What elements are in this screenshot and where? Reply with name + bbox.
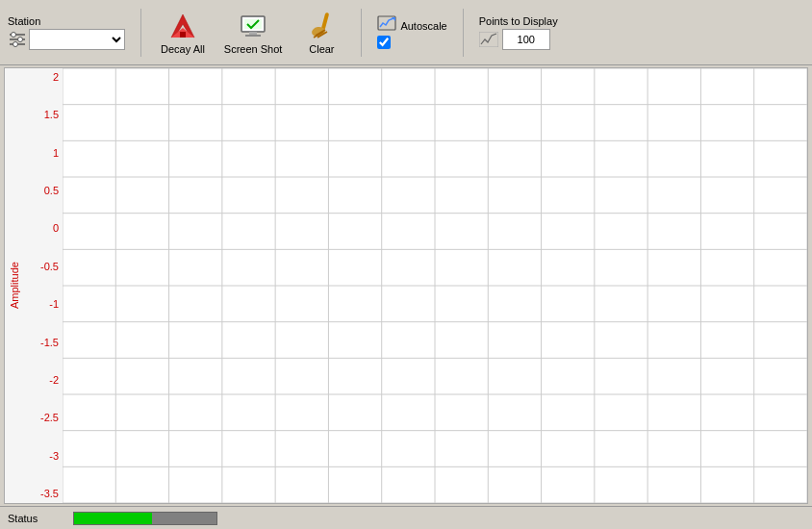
svg-rect-12 xyxy=(249,32,257,35)
svg-point-3 xyxy=(12,32,16,37)
station-select[interactable] xyxy=(29,29,125,50)
y-axis-label: Amplitude xyxy=(5,68,24,503)
plot-area[interactable] xyxy=(63,68,807,503)
svg-point-5 xyxy=(13,41,18,46)
points-input[interactable] xyxy=(502,29,550,50)
points-icon xyxy=(479,32,498,47)
svg-rect-8 xyxy=(180,32,186,38)
screenshot-button[interactable]: Screen Shot xyxy=(220,9,287,57)
status-progress-fill xyxy=(74,513,152,524)
y-tick: -1.5 xyxy=(40,338,59,348)
status-bar: Status xyxy=(0,506,812,529)
station-group: Station xyxy=(8,15,125,50)
toolbar-separator-3 xyxy=(463,9,464,57)
autoscale-label: Autoscale xyxy=(400,20,446,32)
y-tick: 2 xyxy=(53,72,59,83)
y-tick: 0 xyxy=(53,223,59,234)
status-progress-bg xyxy=(73,512,217,525)
station-settings-icon xyxy=(8,30,27,49)
y-tick: 0.5 xyxy=(44,186,59,196)
y-tick: -1 xyxy=(49,299,59,310)
decay-all-label: Decay All xyxy=(161,43,205,55)
decay-icon xyxy=(167,11,198,41)
screenshot-label: Screen Shot xyxy=(224,43,283,55)
clear-button[interactable]: Clear xyxy=(297,9,345,57)
status-label: Status xyxy=(8,513,65,524)
svg-rect-14 xyxy=(321,12,330,29)
svg-rect-13 xyxy=(245,35,261,37)
app: Station xyxy=(0,0,812,529)
station-label: Station xyxy=(8,15,40,27)
y-tick: 1.5 xyxy=(44,110,59,120)
autoscale-icon xyxy=(377,15,396,36)
y-tick: -3 xyxy=(49,451,59,462)
points-row xyxy=(479,29,550,50)
autoscale-group: Autoscale xyxy=(377,15,446,49)
points-label: Points to Display xyxy=(479,15,558,27)
autoscale-checkbox[interactable] xyxy=(377,36,391,49)
y-tick: -2.5 xyxy=(40,413,59,423)
screenshot-icon xyxy=(238,11,268,41)
chart-inner: 21.510.50-0.5-1-1.5-2-2.5-3-3.5 xyxy=(24,68,807,503)
decay-all-button[interactable]: Decay All xyxy=(157,9,209,57)
svg-point-4 xyxy=(18,37,23,41)
points-group: Points to Display xyxy=(479,15,558,50)
autoscale-row: Autoscale xyxy=(377,15,446,36)
station-row xyxy=(8,29,125,50)
y-tick: -3.5 xyxy=(40,489,59,499)
clear-label: Clear xyxy=(309,43,334,55)
toolbar-separator-2 xyxy=(361,9,362,57)
toolbar-separator-1 xyxy=(140,9,141,57)
autoscale-checkbox-row xyxy=(377,36,391,49)
y-tick: -2 xyxy=(49,375,59,386)
plot-svg xyxy=(63,68,807,503)
y-axis: 21.510.50-0.5-1-1.5-2-2.5-3-3.5 xyxy=(24,68,63,503)
y-tick: -0.5 xyxy=(40,262,59,272)
y-tick: 1 xyxy=(53,148,59,159)
clear-icon xyxy=(306,11,337,41)
toolbar: Station xyxy=(0,0,812,65)
chart-container: Amplitude 21.510.50-0.5-1-1.5-2-2.5-3-3.… xyxy=(4,67,808,504)
